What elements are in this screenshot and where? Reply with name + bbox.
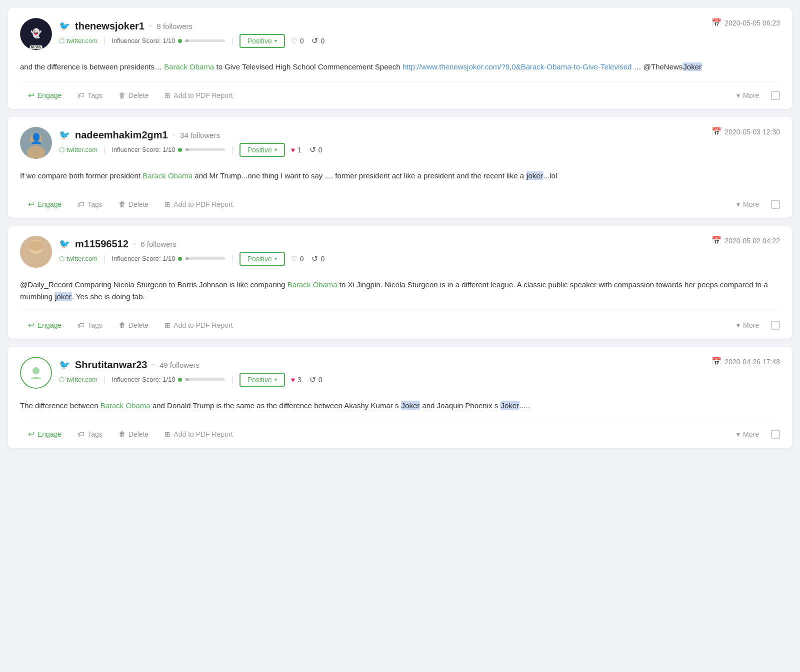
source-text: twitter.com [66,376,98,383]
likes-count: 1 [298,146,302,154]
source-link[interactable]: ⬡ twitter.com [59,37,98,44]
engage-label: Engage [38,91,62,99]
tags-button[interactable]: 🏷 Tags [70,196,110,212]
source-link[interactable]: ⬡ twitter.com [59,376,98,383]
source-text: twitter.com [66,37,98,44]
post-checkbox[interactable] [771,321,780,330]
tags-button[interactable]: 🏷 Tags [70,87,110,103]
source-text: twitter.com [66,146,98,153]
add-pdf-label: Add to PDF Report [174,321,232,329]
more-button[interactable]: ▾ More [728,317,767,333]
source-link[interactable]: ⬡ twitter.com [59,146,98,153]
more-chevron-icon: ▾ [736,91,740,99]
more-chevron-icon: ▾ [736,430,740,438]
more-button[interactable]: ▾ More [728,196,767,212]
checkbox-area [771,91,780,100]
meta-separator: | [104,36,106,45]
svg-text:👻: 👻 [30,28,42,39]
meta-separator: | [104,254,106,263]
tags-label: Tags [88,321,102,329]
delete-button[interactable]: 🗑 Delete [110,87,156,103]
post-header: 🐦 m11596512 · 6 followers ⬡ twitter.com … [20,236,780,268]
likes-stat: ♥ 3 [291,376,302,384]
tags-button[interactable]: 🏷 Tags [70,317,110,333]
engage-button[interactable]: ↩ Engage [20,195,70,213]
calendar-icon: 📅 [712,357,722,366]
score-bar-fill [185,148,189,151]
user-top: 🐦 Shrutitanwar23 · 49 followers [59,359,322,371]
sentiment-label: Positive [248,146,272,154]
engage-icon: ↩ [28,90,34,100]
engage-button[interactable]: ↩ Engage [20,425,70,443]
sentiment-button[interactable]: Positive ▾ [240,252,285,266]
user-meta: ⬡ twitter.com | Influencer Score: 1/10 | [59,34,324,48]
followers: 34 followers [180,131,220,139]
post-content: If we compare both former president Bara… [20,164,780,190]
score-bar [185,148,225,151]
source-link[interactable]: ⬡ twitter.com [59,255,98,262]
more-button[interactable]: ▾ More [728,87,767,103]
user-info: 🐦 nadeemhakim2gm1 · 34 followers ⬡ twitt… [59,129,322,157]
user-meta: ⬡ twitter.com | Influencer Score: 1/10 | [59,373,322,387]
sentiment-button[interactable]: Positive ▾ [240,34,285,48]
post-date: 📅 2020-04-26 17:48 [712,357,780,366]
stats: ♥ 1 ↺ 0 [291,145,322,154]
user-info: 🐦 m11596512 · 6 followers ⬡ twitter.com … [59,238,324,266]
add-pdf-button[interactable]: ⊞ Add to PDF Report [156,426,240,442]
likes-count: 3 [298,376,302,384]
stats: ♥ 3 ↺ 0 [291,375,322,384]
svg-point-9 [32,367,40,374]
more-chevron-icon: ▾ [736,321,740,329]
likes-stat: ♡ 0 [291,37,304,45]
post-checkbox[interactable] [771,91,780,100]
checkbox-area [771,321,780,330]
chevron-down-icon: ▾ [274,38,277,43]
post-card-post3: 🐦 m11596512 · 6 followers ⬡ twitter.com … [8,226,792,339]
dot-separator: · [150,21,152,30]
dot-separator: · [152,360,154,369]
add-pdf-button[interactable]: ⊞ Add to PDF Report [156,317,240,333]
retweets-stat: ↺ 0 [310,145,322,154]
more-button[interactable]: ▾ More [728,426,767,442]
post-actions: ↩ Engage 🏷 Tags 🗑 Delete ⊞ Add to PDF Re… [20,190,780,218]
delete-icon: 🗑 [118,321,126,329]
delete-icon: 🗑 [118,430,126,438]
influencer-score: Influencer Score: 1/10 [112,255,225,262]
svg-point-8 [28,241,44,251]
influencer-label: Influencer Score: 1/10 [112,255,175,262]
delete-button[interactable]: 🗑 Delete [110,196,156,212]
add-pdf-button[interactable]: ⊞ Add to PDF Report [156,87,240,103]
score-bar [185,378,225,381]
delete-button[interactable]: 🗑 Delete [110,426,156,442]
share-icon: ⬡ [59,376,64,383]
engage-button[interactable]: ↩ Engage [20,316,70,334]
meta-separator2: | [231,36,233,45]
post-card-post2: 👤 🐦 nadeemhakim2gm1 · 34 followers ⬡ twi… [8,117,792,218]
delete-icon: 🗑 [118,91,126,99]
engage-button[interactable]: ↩ Engage [20,86,70,104]
tags-button[interactable]: 🏷 Tags [70,426,110,442]
user-meta: ⬡ twitter.com | Influencer Score: 1/10 | [59,143,322,157]
add-pdf-button[interactable]: ⊞ Add to PDF Report [156,196,240,212]
sentiment-button[interactable]: Positive ▾ [240,143,285,157]
post-checkbox[interactable] [771,200,780,209]
delete-button[interactable]: 🗑 Delete [110,317,156,333]
post-checkbox[interactable] [771,430,780,439]
likes-count: 0 [300,255,304,263]
sentiment-button[interactable]: Positive ▾ [240,373,285,387]
engage-label: Engage [38,321,62,329]
delete-icon: 🗑 [118,200,126,208]
post-content: The difference between Barack Obama and … [20,394,780,420]
influencer-label: Influencer Score: 1/10 [112,146,175,153]
followers: 8 followers [156,22,192,30]
retweets-count: 0 [318,146,322,154]
twitter-icon: 🐦 [59,238,70,249]
tags-icon: 🏷 [78,430,84,438]
add-icon: ⊞ [164,91,170,99]
retweet-icon: ↺ [310,375,316,384]
stats: ♡ 0 ↺ 0 [291,254,325,263]
delete-label: Delete [128,91,148,99]
avatar: 👤 [20,127,52,159]
retweets-stat: ↺ 0 [312,36,324,45]
more-label: More [743,91,759,99]
